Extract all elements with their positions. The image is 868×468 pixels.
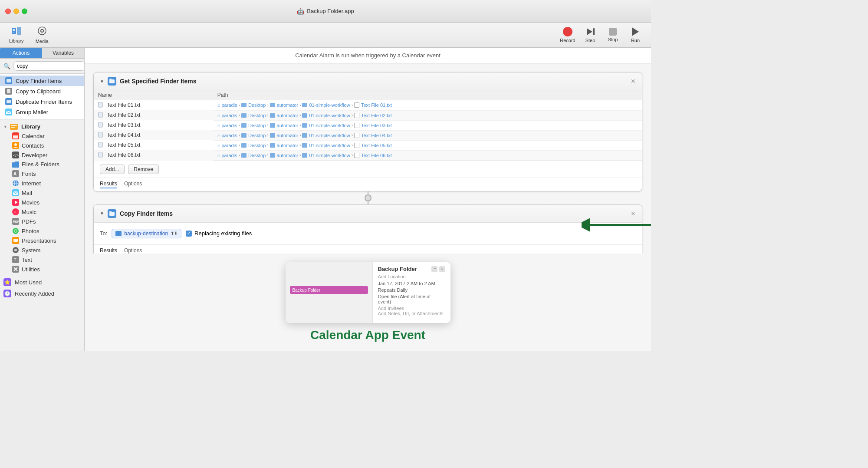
clipboard-icon <box>5 88 12 95</box>
close-button[interactable] <box>5 8 11 14</box>
record-button[interactable]: Record <box>557 25 578 45</box>
table-row[interactable]: Text File 01.txt⌂ paradis›Desktop›automa… <box>94 100 642 111</box>
nav-developer[interactable]: </> Developer <box>0 150 84 160</box>
svg-text:A: A <box>13 171 16 176</box>
cal-menu-btn[interactable]: › <box>439 266 445 272</box>
nav-photos[interactable]: Photos <box>0 226 84 236</box>
get-finder-items-footer: Results Options <box>94 178 642 191</box>
contacts-icon <box>12 142 19 149</box>
file-path-cell: ⌂ paradis›Desktop›automator›01-simple-wo… <box>213 140 642 150</box>
file-name-cell: Text File 05.txt <box>94 140 213 150</box>
path-folder-item: Desktop <box>241 123 266 128</box>
sidebar: Actions Variables 🔍 ✕ Copy Finder Items … <box>0 48 85 351</box>
media-button[interactable]: Media <box>31 24 53 46</box>
system-icon <box>12 247 19 254</box>
svg-rect-1 <box>17 27 21 35</box>
nav-files-folders[interactable]: Files & Folders <box>0 160 84 169</box>
nav-internet[interactable]: Internet <box>0 178 84 188</box>
record-icon <box>563 27 572 36</box>
photos-icon <box>12 227 19 234</box>
svg-marker-8 <box>587 28 592 35</box>
path-folder-item: automator <box>270 133 299 138</box>
nav-mail[interactable]: Mail <box>0 188 84 198</box>
nav-pdfs[interactable]: PDF PDFs <box>0 217 84 226</box>
svg-text:</>: </> <box>13 153 19 158</box>
copy-finder-items-card: ▼ Copy Finder Items ✕ To: <box>93 204 642 254</box>
nav-fonts[interactable]: A Fonts <box>0 169 84 178</box>
path-file: Text File 06.txt <box>354 153 392 158</box>
nav-movies[interactable]: Movies <box>0 198 84 207</box>
path-file: Text File 03.txt <box>354 123 392 128</box>
library-button[interactable]: Library <box>5 25 28 46</box>
results-tab-2[interactable]: Results <box>100 247 117 254</box>
copy-row: To: backup-destination ⬆⬇ ✓ Replacing ex… <box>100 229 636 238</box>
collapse-copy-btn[interactable]: ▼ <box>100 211 104 216</box>
replacing-checkbox-row[interactable]: ✓ Replacing existing files <box>186 230 252 237</box>
add-button[interactable]: Add... <box>100 165 125 174</box>
nav-most-used[interactable]: ⭐ Most Used <box>0 277 84 288</box>
nav-system[interactable]: System <box>0 245 84 255</box>
path-home: ⌂ paradis <box>217 102 237 108</box>
copy-card-body: To: backup-destination ⬆⬇ ✓ Replacing ex… <box>94 223 642 244</box>
svg-text:PDF: PDF <box>13 220 19 223</box>
path-home: ⌂ paradis <box>217 133 237 138</box>
nav-utilities[interactable]: Utilities <box>0 264 84 274</box>
options-tab-2[interactable]: Options <box>124 247 142 254</box>
svg-point-27 <box>14 143 17 146</box>
tab-actions[interactable]: Actions <box>0 48 42 58</box>
file-name-cell: Text File 06.txt <box>94 150 213 160</box>
result-copy-finder-items[interactable]: Copy Finder Items <box>0 76 84 86</box>
step-button[interactable]: Step <box>580 25 601 45</box>
replacing-checkbox[interactable]: ✓ <box>186 231 192 237</box>
minimize-button[interactable] <box>13 8 19 14</box>
result-duplicate-finder-items[interactable]: Duplicate Finder Items <box>0 96 84 107</box>
maximize-button[interactable] <box>22 8 27 14</box>
collapse-get-btn[interactable]: ▼ <box>100 79 104 84</box>
nav-presentations[interactable]: Presentations <box>0 236 84 245</box>
path-arrow: › <box>352 123 353 128</box>
results-tab-1[interactable]: Results <box>100 181 117 188</box>
nav-library-header[interactable]: ▼ Library <box>0 122 84 131</box>
nav-recently-added[interactable]: 🕐 Recently Added <box>0 288 84 299</box>
nav-contacts[interactable]: Contacts <box>0 141 84 150</box>
txt-file-icon <box>98 142 104 148</box>
path-folder-item: 01-simple-workflow <box>302 133 350 138</box>
table-row[interactable]: Text File 05.txt⌂ paradis›Desktop›automa… <box>94 140 642 150</box>
result-copy-to-clipboard[interactable]: Copy to Clipboard <box>0 86 84 96</box>
file-path-cell: ⌂ paradis›Desktop›automator›01-simple-wo… <box>213 130 642 140</box>
table-row[interactable]: Text File 03.txt⌂ paradis›Desktop›automa… <box>94 120 642 130</box>
close-copy-btn[interactable]: ✕ <box>631 210 636 217</box>
media-icon <box>38 26 46 37</box>
nav-calendar[interactable]: Calendar <box>0 131 84 141</box>
txt-file-icon <box>98 152 104 158</box>
pdf-icon: PDF <box>12 218 19 225</box>
path-file: Text File 04.txt <box>354 133 392 138</box>
path-arrow: › <box>299 153 301 158</box>
stop-button[interactable]: Stop <box>602 26 623 44</box>
search-input[interactable] <box>13 61 85 71</box>
run-button[interactable]: Run <box>625 25 646 45</box>
table-row[interactable]: Text File 02.txt⌂ paradis›Desktop›automa… <box>94 110 642 120</box>
col-path: Path <box>213 90 642 100</box>
file-path-cell: ⌂ paradis›Desktop›automator›01-simple-wo… <box>213 150 642 160</box>
svg-rect-55 <box>109 79 115 83</box>
info-bar: Calendar Alarm is run when triggered by … <box>85 48 651 63</box>
svg-rect-13 <box>7 89 10 93</box>
tab-variables[interactable]: Variables <box>42 48 84 58</box>
result-group-mailer[interactable]: Group Mailer <box>0 107 84 117</box>
path-arrow: › <box>239 143 240 148</box>
destination-select[interactable]: backup-destination ⬆⬇ <box>112 229 181 238</box>
cal-icon-btn[interactable]: ⋯ <box>431 266 437 272</box>
close-get-btn[interactable]: ✕ <box>631 78 636 85</box>
table-row[interactable]: Text File 06.txt⌂ paradis›Desktop›automa… <box>94 150 642 160</box>
copy-finder-items-header: ▼ Copy Finder Items ✕ <box>94 205 642 223</box>
nav-music[interactable]: ♪ Music <box>0 207 84 217</box>
path-arrow: › <box>267 153 268 158</box>
path-file: Text File 02.txt <box>354 113 392 118</box>
options-tab-1[interactable]: Options <box>124 181 142 188</box>
path-folder-item: Desktop <box>241 153 266 158</box>
table-row[interactable]: Text File 04.txt⌂ paradis›Desktop›automa… <box>94 130 642 140</box>
bottom-section: Backup Folder Backup Folder ⋯ › <box>85 254 651 351</box>
remove-button[interactable]: Remove <box>128 165 159 174</box>
nav-text[interactable]: T Text <box>0 255 84 264</box>
